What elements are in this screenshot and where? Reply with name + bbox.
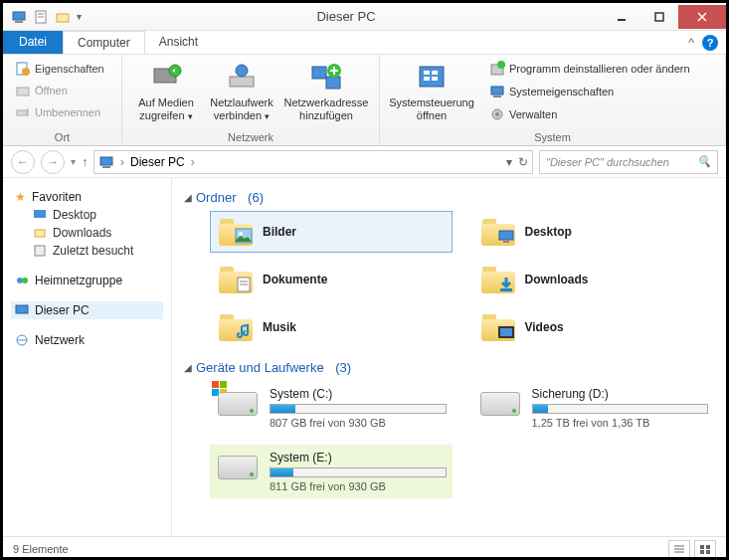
folder-item[interactable]: Desktop [472,211,715,253]
drive-free-text: 807 GB frei von 930 GB [270,417,447,429]
umbenennen-button[interactable]: Umbenennen [11,102,104,122]
sidebar-item-heimnetz[interactable]: Heimnetzgruppe [11,272,163,289]
drive-item[interactable]: System (E:) 811 GB frei von 930 GB [210,445,453,498]
verwalten-button[interactable]: Verwalten [485,104,694,124]
folder-item[interactable]: Bilder [210,211,453,253]
search-icon[interactable]: 🔍 [697,155,711,168]
netzwerkadresse-button[interactable]: Netzwerkadresse hinzufügen [281,59,371,122]
window-title: Dieser PC [90,9,603,24]
address-bar: ← → ▾ ↑ › Dieser PC › ▾↻ "Dieser PC" dur… [3,146,726,178]
ribbon-group-system: Systemsteuerung öffnen Programm deinstal… [380,55,726,145]
nav-forward-button[interactable]: → [41,150,65,174]
search-input[interactable]: "Dieser PC" durchsuchen 🔍 [539,150,718,174]
close-button[interactable] [678,5,726,29]
recent-locations-icon[interactable]: ▾ [71,156,76,167]
svg-rect-12 [17,88,29,95]
homegroup-icon [15,274,29,287]
computer-icon [15,303,29,317]
sidebar-item-desktop[interactable]: Desktop [11,206,163,224]
svg-rect-31 [491,87,503,94]
folder-label: Bilder [263,225,296,239]
svg-rect-55 [212,381,219,388]
svg-rect-65 [706,550,710,554]
section-geraete[interactable]: ◢ Geräte und Laufwerke (3) [184,360,714,375]
folder-item[interactable]: Downloads [472,259,715,300]
chevron-right-icon[interactable]: › [120,155,124,169]
chevron-down-icon[interactable]: ▾ [506,155,512,169]
folder-item[interactable]: Videos [472,306,715,348]
sidebar-item-netzwerk[interactable]: Netzwerk [11,331,163,349]
svg-point-30 [497,61,505,69]
refresh-icon[interactable]: ↻ [518,155,528,169]
nav-back-button[interactable]: ← [11,150,35,174]
svg-rect-1 [15,21,23,23]
svg-point-11 [22,68,30,76]
section-ordner[interactable]: ◢ Ordner (6) [184,190,714,205]
svg-point-41 [22,278,28,283]
status-bar: 9 Elemente [3,536,726,560]
main-view: ◢ Ordner (6) Bilder Desktop Dokumente [172,178,726,536]
svg-rect-56 [220,381,227,388]
properties-icon[interactable] [33,9,49,25]
folder-icon [217,216,255,248]
drive-free-text: 1,25 TB frei von 1,36 TB [532,417,709,429]
svg-rect-7 [655,13,663,21]
folder-item[interactable]: Dokumente [210,259,453,300]
svg-rect-0 [13,12,25,20]
qat-dropdown-icon[interactable]: ▾ [77,11,82,22]
address-box[interactable]: › Dieser PC › ▾↻ [93,150,533,174]
svg-rect-35 [100,157,112,165]
sidebar-item-zuletzt[interactable]: Zuletzt besucht [11,242,163,260]
folder-icon [217,311,255,343]
minimize-button[interactable] [603,5,640,29]
svg-rect-27 [424,77,430,81]
item-count: 9 Elemente [13,543,69,555]
svg-rect-20 [326,77,340,89]
medien-zugreifen-button[interactable]: Auf Medien zugreifen ▾ [130,59,202,122]
new-folder-icon[interactable] [55,9,71,25]
svg-rect-17 [230,77,254,87]
nav-up-button[interactable]: ↑ [82,155,88,169]
help-icon[interactable]: ? [702,35,718,51]
netzlaufwerk-verbinden-button[interactable]: Netzlaufwerk verbinden ▾ [206,59,277,122]
star-icon: ★ [15,190,26,204]
programm-deinstallieren-button[interactable]: Programm deinstallieren oder ändern [485,59,694,79]
ribbon-label-ort: Ort [11,131,113,143]
tab-ansicht[interactable]: Ansicht [145,31,213,54]
recent-icon [33,244,47,258]
folder-icon [217,264,255,295]
oeffnen-button[interactable]: Öffnen [11,81,72,100]
view-details-button[interactable] [668,540,690,558]
network-icon [15,333,29,347]
sidebar-item-dieserpc[interactable]: Dieser PC [11,301,163,319]
systemeigenschaften-button[interactable]: Systemeigenschaften [485,82,694,101]
folder-label: Dokumente [263,273,327,286]
svg-rect-25 [424,71,430,75]
svg-rect-64 [700,550,704,554]
maximize-button[interactable] [640,5,678,29]
drive-item[interactable]: System (C:) 807 GB frei von 930 GB [210,381,453,435]
svg-rect-5 [57,14,69,22]
svg-rect-54 [500,328,512,336]
systemsteuerung-button[interactable]: Systemsteuerung öffnen [388,59,475,122]
folder-icon [479,311,517,343]
drive-name: System (C:) [270,387,447,401]
drive-item[interactable]: Sicherung (D:) 1,25 TB frei von 1,36 TB [472,381,715,435]
svg-rect-37 [34,210,46,218]
folder-label: Desktop [525,225,572,239]
folder-label: Downloads [525,273,589,286]
sidebar-item-downloads[interactable]: Downloads [11,224,163,242]
chevron-right-icon[interactable]: › [191,155,195,169]
tab-computer[interactable]: Computer [63,31,145,54]
svg-rect-47 [499,231,513,240]
view-tiles-button[interactable] [694,540,716,558]
svg-rect-63 [706,545,710,549]
eigenschaften-button[interactable]: Eigenschaften [11,59,108,79]
breadcrumb-root[interactable]: Dieser PC [130,155,185,169]
collapse-ribbon-icon[interactable]: ^ [688,36,694,50]
computer-icon[interactable] [11,9,27,25]
drive-icon [216,387,260,421]
folder-item[interactable]: Musik [210,306,453,348]
sidebar-item-favoriten[interactable]: ★Favoriten [11,188,163,206]
tab-datei[interactable]: Datei [3,31,63,54]
